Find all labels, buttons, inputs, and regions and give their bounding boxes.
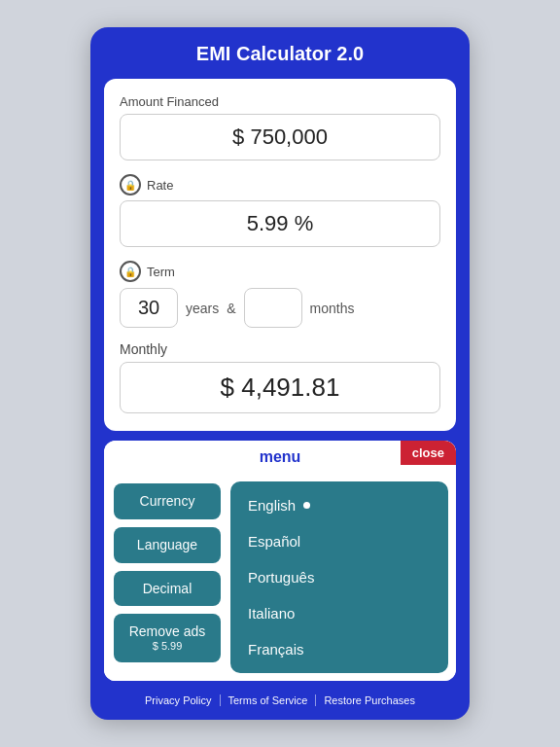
close-button[interactable]: close [401,441,456,465]
app-container: EMI Calculator 2.0 Amount Financed 🔒 Rat… [90,27,470,720]
lang-francais-label: Français [248,641,304,658]
term-months-input[interactable] [244,288,302,328]
menu-header: menu close [104,441,456,474]
lang-english[interactable]: English [230,487,448,523]
language-list: English Español Português Italiano Franç… [230,481,448,673]
language-button[interactable]: Language [114,527,221,563]
lang-espanol-label: Español [248,533,300,550]
menu-title: menu [116,448,444,466]
lang-italiano-label: Italiano [248,605,295,622]
lang-portugues[interactable]: Português [230,559,448,595]
app-title: EMI Calculator 2.0 [104,43,456,65]
currency-button[interactable]: Currency [114,483,221,519]
term-row: years & months [120,288,440,328]
lang-italiano[interactable]: Italiano [230,595,448,631]
menu-left: Currency Language Decimal Remove ads $ 5… [104,474,230,681]
rate-label: Rate [147,178,173,193]
rate-label-row: 🔒 Rate [120,174,440,196]
remove-ads-button[interactable]: Remove ads $ 5.99 [114,614,221,662]
amp-label: & [227,301,235,316]
menu-card: menu close Currency Language Decimal Rem… [104,441,456,681]
monthly-input[interactable] [120,362,440,413]
amount-input[interactable] [120,114,440,160]
years-label: years [186,301,219,316]
lang-english-dot [303,502,310,509]
rate-input[interactable] [120,200,440,247]
footer-links: Privacy Policy Terms of Service Restore … [104,689,456,710]
monthly-label: Monthly [120,341,440,357]
term-label-row: 🔒 Term [120,261,440,282]
decimal-button[interactable]: Decimal [114,571,221,607]
term-lock-icon: 🔒 [120,261,141,282]
months-label: months [310,301,355,316]
terms-of-service-link[interactable]: Terms of Service [221,694,317,706]
term-label: Term [147,265,175,279]
lang-francais[interactable]: Français [230,631,448,667]
lang-english-label: English [248,497,296,514]
lang-espanol[interactable]: Español [230,523,448,559]
lang-portugues-label: Português [248,569,314,586]
rate-lock-icon: 🔒 [120,174,141,196]
amount-label: Amount Financed [120,94,440,109]
menu-body: Currency Language Decimal Remove ads $ 5… [104,474,456,681]
calculator-card: Amount Financed 🔒 Rate 🔒 Term years & mo… [104,79,456,431]
restore-purchases-link[interactable]: Restore Purchases [316,694,423,706]
term-years-input[interactable] [120,288,178,328]
privacy-policy-link[interactable]: Privacy Policy [137,694,220,706]
